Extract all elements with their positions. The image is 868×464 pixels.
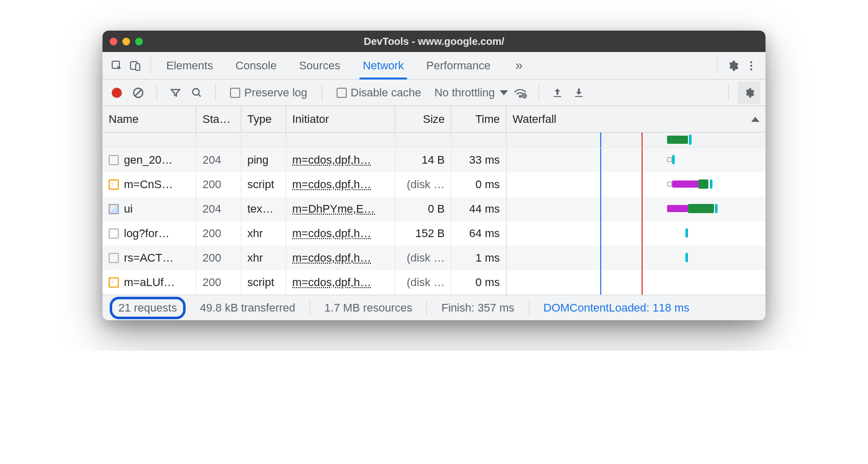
request-time: 0 ms [451, 172, 506, 197]
search-icon[interactable] [188, 84, 206, 102]
file-type-icon [109, 228, 119, 239]
tab-sources[interactable]: Sources [296, 52, 343, 80]
waterfall-overview[interactable] [103, 133, 765, 148]
tab-network[interactable]: Network [360, 52, 407, 80]
inspect-element-icon[interactable] [108, 57, 126, 75]
request-size: 0 B [395, 197, 451, 221]
svg-point-10 [520, 95, 521, 97]
load-line [642, 246, 643, 270]
svg-line-9 [198, 94, 201, 96]
dcl-line [600, 172, 601, 197]
window-title: DevTools - www.google.com/ [103, 36, 765, 47]
request-time: 0 ms [451, 270, 506, 295]
resources-size: 1.7 MB resources [324, 301, 412, 315]
request-time: 64 ms [451, 221, 506, 246]
request-rows: gen_20…204pingm=cdos,dpf,h…14 B33 msm=Cn… [103, 148, 765, 295]
col-header-type[interactable]: Type [241, 106, 286, 132]
request-initiator[interactable]: m=cdos,dpf,h… [286, 172, 395, 197]
request-name: gen_20… [124, 153, 172, 167]
request-name: m=CnS… [124, 178, 173, 191]
tab-console[interactable]: Console [233, 52, 280, 80]
tab-elements[interactable]: Elements [163, 52, 216, 80]
request-initiator[interactable]: m=cdos,dpf,h… [286, 246, 395, 270]
waterfall-cell [506, 246, 765, 270]
col-header-status[interactable]: Sta… [196, 106, 241, 132]
col-header-size[interactable]: Size [395, 106, 451, 132]
dom-content-loaded: DOMContentLoaded: 118 ms [544, 301, 690, 315]
settings-gear-icon[interactable] [724, 57, 742, 75]
request-status: 200 [196, 270, 241, 295]
load-line [642, 172, 643, 197]
col-header-name[interactable]: Name [103, 106, 196, 132]
request-type: ping [241, 148, 286, 172]
disable-cache-checkbox[interactable]: Disable cache [337, 86, 421, 99]
table-row[interactable]: gen_20…204pingm=cdos,dpf,h…14 B33 ms [103, 148, 765, 172]
table-row[interactable]: rs=ACT…200xhrm=cdos,dpf,h…(disk …1 ms [103, 246, 765, 270]
request-initiator[interactable]: m=cdos,dpf,h… [286, 270, 395, 295]
load-line [642, 148, 643, 172]
file-type-icon [109, 253, 119, 263]
preserve-log-checkbox[interactable]: Preserve log [230, 86, 308, 99]
table-row[interactable]: log?for…200xhrm=cdos,dpf,h…152 B64 ms [103, 221, 765, 246]
request-name: m=aLUf… [124, 276, 175, 289]
record-button[interactable] [108, 84, 126, 102]
clear-button[interactable] [129, 84, 147, 102]
table-row[interactable]: ui204tex…m=DhPYme,E…0 B44 ms [103, 197, 765, 221]
request-type: xhr [241, 221, 286, 246]
request-initiator[interactable]: m=DhPYme,E… [286, 197, 395, 221]
request-initiator[interactable]: m=cdos,dpf,h… [286, 148, 395, 172]
dcl-line [600, 148, 601, 172]
request-initiator[interactable]: m=cdos,dpf,h… [286, 221, 395, 246]
devtools-window: DevTools - www.google.com/ Elements Cons… [103, 31, 765, 320]
request-time: 44 ms [451, 197, 506, 221]
minimize-window-button[interactable] [122, 38, 130, 45]
table-header-row: Name Sta… Type Initiator Size Time Water… [103, 106, 765, 133]
svg-point-3 [750, 61, 752, 63]
col-header-initiator[interactable]: Initiator [286, 106, 395, 132]
dcl-line [600, 246, 601, 270]
request-type: script [241, 172, 286, 197]
dropdown-caret-icon [500, 90, 508, 95]
tab-performance[interactable]: Performance [423, 52, 494, 80]
status-bar: 21 requests 49.8 kB transferred 1.7 MB r… [103, 295, 765, 320]
dcl-line [600, 133, 601, 147]
preserve-log-label: Preserve log [244, 86, 308, 99]
download-har-icon[interactable] [570, 84, 588, 102]
svg-rect-2 [136, 64, 140, 70]
throttling-dropdown[interactable]: No throttling [435, 86, 508, 99]
filter-icon[interactable] [166, 84, 185, 102]
upload-har-icon[interactable] [548, 84, 567, 102]
load-line [642, 270, 643, 295]
disable-cache-label: Disable cache [351, 86, 421, 99]
request-status: 200 [196, 246, 241, 270]
request-name: ui [124, 202, 133, 216]
file-type-icon [109, 155, 119, 165]
window-titlebar: DevTools - www.google.com/ [103, 31, 765, 52]
load-line [642, 133, 643, 147]
svg-rect-12 [554, 96, 561, 97]
throttling-value: No throttling [435, 86, 495, 99]
svg-point-4 [750, 65, 752, 67]
request-size: 152 B [395, 221, 451, 246]
request-status: 200 [196, 172, 241, 197]
request-status: 200 [196, 221, 241, 246]
maximize-window-button[interactable] [135, 38, 143, 45]
table-row[interactable]: m=CnS…200scriptm=cdos,dpf,h…(disk …0 ms [103, 172, 765, 197]
col-header-waterfall[interactable]: Waterfall [506, 106, 765, 132]
waterfall-cell [506, 197, 765, 221]
kebab-menu-icon[interactable] [742, 57, 760, 75]
network-conditions-icon[interactable] [511, 84, 529, 102]
sort-arrow-icon [751, 117, 759, 122]
table-row[interactable]: m=aLUf…200scriptm=cdos,dpf,h…(disk …0 ms [103, 270, 765, 295]
network-toolbar: Preserve log Disable cache No throttling [103, 80, 765, 106]
network-settings-icon[interactable] [738, 82, 760, 104]
request-size: (disk … [395, 172, 451, 197]
load-line [642, 221, 643, 246]
request-status: 204 [196, 197, 241, 221]
request-type: xhr [241, 246, 286, 270]
more-tabs-icon[interactable]: » [510, 57, 528, 75]
dcl-line [600, 197, 601, 221]
close-window-button[interactable] [110, 38, 117, 45]
col-header-time[interactable]: Time [451, 106, 506, 132]
device-toggle-icon[interactable] [126, 57, 144, 75]
